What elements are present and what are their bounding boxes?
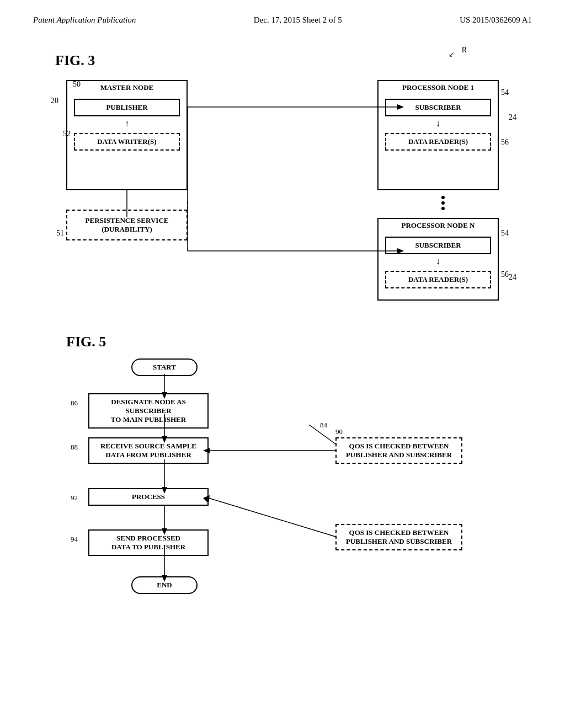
persistence-label: PERSISTENCE SERVICE(DURABILITY) <box>86 216 169 233</box>
fig3-section: FIG. 3 R ↙ 20 50 MASTER NODE PUBLISHER ↑… <box>33 41 532 306</box>
r-label: R <box>462 46 467 55</box>
data-readerN-label: DATA READER(S) <box>408 275 468 283</box>
step88-box: RECEIVE SOURCE SAMPLEDATA FROM PUBLISHER <box>88 437 209 464</box>
data-reader1-label: DATA READER(S) <box>408 137 468 146</box>
flow-start: START <box>131 358 198 376</box>
master-node-label: MASTER NODE <box>67 81 186 94</box>
dot3 <box>441 207 445 210</box>
header-center: Dec. 17, 2015 Sheet 2 of 5 <box>254 15 342 25</box>
label-86: 86 <box>71 399 78 408</box>
qos2-label: QOS IS CHECKED BETWEENPUBLISHER AND SUBS… <box>346 528 452 545</box>
proc-nodeN-box: PROCESSOR NODE N SUBSCRIBER ↓ DATA READE… <box>377 218 499 301</box>
label-52: 52 <box>63 130 71 138</box>
r-arrow: ↙ <box>449 50 455 59</box>
step88-label: RECEIVE SOURCE SAMPLEDATA FROM PUBLISHER <box>100 442 196 459</box>
step92-box: PROCESS <box>88 488 209 506</box>
step94-box: SEND PROCESSEDDATA TO PUBLISHER <box>88 529 209 556</box>
subN-dr-arrow: ↓ <box>379 256 498 266</box>
label-24b: 24 <box>509 273 516 282</box>
step92-label: PROCESS <box>132 493 165 501</box>
subscriber1-label: SUBSCRIBER <box>415 103 461 111</box>
data-readerN-box: DATA READER(S) <box>385 271 491 288</box>
publisher-label: PUBLISHER <box>106 103 147 111</box>
fig5-section: FIG. 5 START 86 DESIGNATE NODE AS SUBSCR… <box>33 328 532 681</box>
page-content: FIG. 3 R ↙ 20 50 MASTER NODE PUBLISHER ↑… <box>0 30 565 692</box>
start-label: START <box>153 363 176 371</box>
label-56b: 56 <box>501 270 509 279</box>
qos1-box: QOS IS CHECKED BETWEENPUBLISHER AND SUBS… <box>335 437 462 464</box>
publisher-dw-arrow: ↑ <box>67 119 186 129</box>
label-51: 51 <box>56 229 64 238</box>
svg-line-20 <box>209 498 335 537</box>
label-56a: 56 <box>501 138 509 147</box>
header-right: US 2015/0362609 A1 <box>460 15 532 25</box>
date-sheet-label: Dec. 17, 2015 Sheet 2 of 5 <box>254 15 342 24</box>
persistence-box: PERSISTENCE SERVICE(DURABILITY) <box>66 210 188 240</box>
label-88: 88 <box>71 443 78 452</box>
dot2 <box>441 201 445 205</box>
label-92: 92 <box>71 494 78 502</box>
step86-box: DESIGNATE NODE AS SUBSCRIBERTO MAIN PUBL… <box>88 393 209 429</box>
dot1 <box>441 196 445 199</box>
subscriberN-label: SUBSCRIBER <box>415 241 461 249</box>
label-94: 94 <box>71 535 78 544</box>
data-reader1-box: DATA READER(S) <box>385 133 491 151</box>
label-84: 84 <box>320 421 327 430</box>
publisher-box: PUBLISHER <box>74 99 180 116</box>
label-20: 20 <box>51 97 58 105</box>
publication-label: Patent Application Publication <box>33 15 136 24</box>
patent-number-label: US 2015/0362609 A1 <box>460 15 532 24</box>
label-54b: 54 <box>501 229 509 238</box>
subscriberN-box: SUBSCRIBER <box>385 237 491 254</box>
flow-end: END <box>131 576 198 594</box>
label-90: 90 <box>335 427 343 436</box>
page-header: Patent Application Publication Dec. 17, … <box>0 0 565 30</box>
qos1-label: QOS IS CHECKED BETWEENPUBLISHER AND SUBS… <box>346 442 452 459</box>
proc-node1-label: PROCESSOR NODE 1 <box>379 81 498 94</box>
fig5-title: FIG. 5 <box>66 334 106 350</box>
master-node-box: MASTER NODE PUBLISHER ↑ DATA WRITER(S) <box>66 80 188 190</box>
sub1-dr-arrow: ↓ <box>379 119 498 129</box>
qos2-box: QOS IS CHECKED BETWEENPUBLISHER AND SUBS… <box>335 524 462 550</box>
label-54a: 54 <box>501 88 509 97</box>
end-label: END <box>157 581 172 589</box>
data-writer-label: DATA WRITER(S) <box>97 137 156 146</box>
header-left: Patent Application Publication <box>33 15 136 25</box>
dots-container <box>441 196 445 210</box>
proc-node1-box: PROCESSOR NODE 1 SUBSCRIBER ↓ DATA READE… <box>377 80 499 190</box>
step94-label: SEND PROCESSEDDATA TO PUBLISHER <box>111 534 185 551</box>
fig3-title: FIG. 3 <box>55 52 95 69</box>
step86-label: DESIGNATE NODE AS SUBSCRIBERTO MAIN PUBL… <box>111 398 186 424</box>
data-writer-box: DATA WRITER(S) <box>74 133 180 151</box>
proc-nodeN-label: PROCESSOR NODE N <box>379 219 498 232</box>
label-24a: 24 <box>509 113 516 122</box>
subscriber1-box: SUBSCRIBER <box>385 99 491 116</box>
